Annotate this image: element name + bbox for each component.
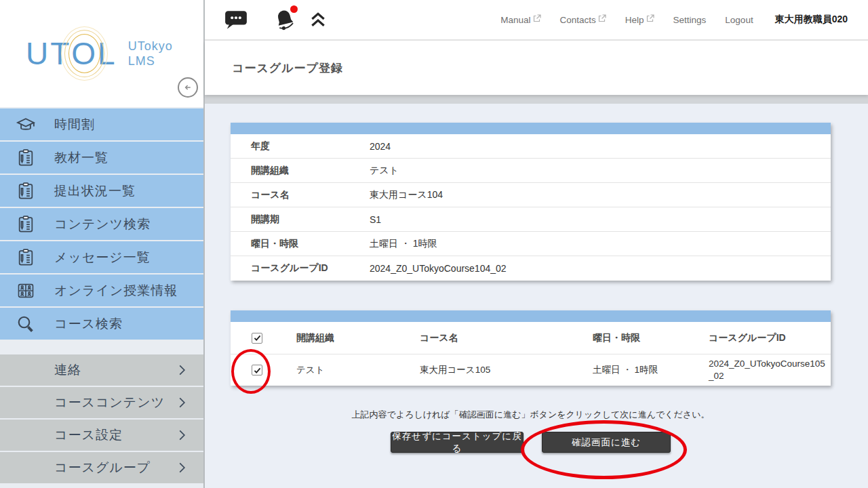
table-row: 開講組織 テスト — [231, 159, 831, 183]
titlebar: コースグループ登録 — [205, 41, 868, 95]
proceed-confirm-button[interactable]: 確認画面に進む — [542, 432, 671, 453]
back-arrow-icon — [182, 81, 194, 94]
clipboard-icon — [14, 180, 38, 203]
sidebar-item-timetable[interactable]: 時間割 — [0, 108, 203, 140]
sidebar-item-contact[interactable]: 連絡 — [0, 354, 203, 386]
external-link-icon — [646, 14, 654, 22]
table-row: コースグループID 2024_Z0_UTokyoCourse104_02 — [231, 256, 831, 281]
logo-text: UT — [26, 35, 71, 72]
logo-text: L — [98, 35, 117, 72]
external-link-icon — [533, 14, 541, 22]
table-row: 年度 2024 — [231, 134, 831, 159]
sidebar-group-label: 連絡 — [54, 361, 178, 379]
user-name: 東大用教職員020 — [775, 14, 848, 26]
link-contacts[interactable]: Contacts — [560, 15, 606, 25]
main-area: Manual Contacts Help Settings Logout 東大用… — [205, 0, 868, 488]
topbar: Manual Contacts Help Settings Logout 東大用… — [205, 0, 868, 41]
column-header: コース名 — [407, 332, 580, 344]
chevron-right-icon — [178, 396, 186, 409]
table-row: コース名 東大用コース104 — [231, 183, 831, 207]
collapse-topbar-button[interactable] — [309, 12, 327, 28]
checkmark-icon — [254, 335, 261, 341]
sidebar-item-label: 教材一覧 — [54, 149, 108, 167]
sidebar-item-messages[interactable]: メッセージ一覧 — [0, 241, 203, 273]
external-link-icon — [598, 14, 606, 22]
clipboard-icon — [14, 146, 38, 169]
cell-name: 東大用コース105 — [407, 364, 580, 376]
course-detail-table: 年度 2024 開講組織 テスト コース名 東大用コース104 開講期 S1 曜… — [231, 123, 831, 281]
page-title: コースグループ登録 — [232, 60, 343, 76]
table-header-bar — [231, 123, 831, 134]
table-row: テスト 東大用コース105 土曜日 ・ 1時限 2024_Z0_UTokyoCo… — [231, 354, 831, 386]
search-icon — [14, 312, 38, 336]
sidebar-item-label: コンテンツ検索 — [54, 216, 151, 233]
cell-day: 土曜日 ・ 1時限 — [580, 364, 696, 376]
double-chevron-up-icon — [309, 12, 327, 28]
sidebar-item-label: オンライン授業情報 — [54, 282, 178, 300]
link-help[interactable]: Help — [625, 15, 654, 25]
sidebar-item-label: 時間割 — [54, 116, 95, 134]
column-header: 曜日・時限 — [580, 332, 696, 344]
row-checkbox[interactable] — [252, 365, 262, 375]
column-header: 開講組織 — [283, 332, 407, 344]
sidebar-menu: 時間割 教材一覧 提出状況一覧 コンテンツ検索 メッセージ一覧 — [0, 108, 203, 340]
topbar-links: Manual Contacts Help Settings Logout 東大用… — [500, 14, 868, 26]
logo-subtext-2: LMS — [128, 54, 155, 68]
sidebar-item-submissions[interactable]: 提出状況一覧 — [0, 175, 203, 207]
logo-area: UTOL UTokyoLMS — [0, 0, 203, 107]
cell-group-id: 2024_Z0_UTokyoCourse105_02 — [696, 358, 831, 382]
back-without-save-button[interactable]: 保存せずにコーストップに戻る — [391, 432, 524, 453]
button-row: 保存せずにコーストップに戻る 確認画面に進む — [231, 432, 831, 453]
chevron-right-icon — [178, 429, 186, 441]
table-header-bar — [231, 310, 831, 322]
checkmark-icon — [254, 367, 261, 373]
sidebar-groups: 連絡 コースコンテンツ コース設定 コースグループ — [0, 354, 203, 483]
notification-badge — [290, 5, 298, 13]
sidebar-group-label: コースグループ — [54, 459, 178, 476]
sidebar-item-label: コース検索 — [54, 315, 123, 333]
sidebar-group-label: コースコンテンツ — [54, 394, 178, 411]
titlebar-shadow-strip — [205, 95, 868, 104]
video-call-icon — [14, 279, 38, 302]
link-manual[interactable]: Manual — [500, 15, 540, 25]
clipboard-icon — [14, 213, 38, 236]
sidebar-item-course-group[interactable]: コースグループ — [0, 452, 203, 483]
chevron-right-icon — [178, 462, 186, 474]
sidebar-item-content-search[interactable]: コンテンツ検索 — [0, 208, 203, 240]
course-select-table: 開講組織 コース名 曜日・時限 コースグループID テスト 東大用コース105 … — [231, 310, 831, 386]
logo-subtext-1: UTokyo — [128, 39, 173, 53]
chevron-right-icon — [178, 364, 186, 376]
chat-button[interactable] — [224, 9, 248, 30]
table-row: 開講期 S1 — [231, 207, 831, 232]
cell-org: テスト — [283, 364, 407, 376]
select-all-checkbox[interactable] — [252, 333, 262, 344]
sidebar-item-materials[interactable]: 教材一覧 — [0, 142, 203, 174]
column-header: コースグループID — [696, 331, 831, 344]
sidebar-item-course-contents[interactable]: コースコンテンツ — [0, 387, 203, 418]
sidebar-item-course-settings[interactable]: コース設定 — [0, 420, 203, 451]
link-logout[interactable]: Logout — [725, 15, 753, 25]
sidebar: UTOL UTokyoLMS 時間割 教材一覧 提出状況一覧 — [0, 0, 205, 488]
table-header-row: 開講組織 コース名 曜日・時限 コースグループID — [231, 322, 831, 354]
sidebar-item-online-class[interactable]: オンライン授業情報 — [0, 274, 203, 306]
sidebar-item-course-search[interactable]: コース検索 — [0, 308, 203, 340]
table-row: 曜日・時限 土曜日 ・ 1時限 — [231, 232, 831, 256]
graduation-cap-icon — [14, 113, 38, 136]
sidebar-group-label: コース設定 — [54, 426, 178, 444]
utol-logo: UTOL UTokyoLMS — [26, 35, 173, 72]
sidebar-item-label: 提出状況一覧 — [54, 182, 136, 200]
notifications-button[interactable] — [274, 8, 296, 31]
chat-icon — [224, 9, 248, 30]
link-settings[interactable]: Settings — [673, 15, 707, 25]
clipboard-icon — [14, 246, 38, 269]
sidebar-collapse-button[interactable] — [178, 77, 198, 98]
logo-text-o: O — [71, 36, 98, 71]
content: 年度 2024 開講組織 テスト コース名 東大用コース104 開講期 S1 曜… — [205, 104, 868, 453]
sidebar-item-label: メッセージ一覧 — [54, 249, 151, 266]
instruction-text: 上記内容でよろしければ「確認画面に進む」ボタンをクリックして次に進んでください。 — [231, 409, 831, 421]
sidebar-section-gap — [0, 341, 203, 354]
